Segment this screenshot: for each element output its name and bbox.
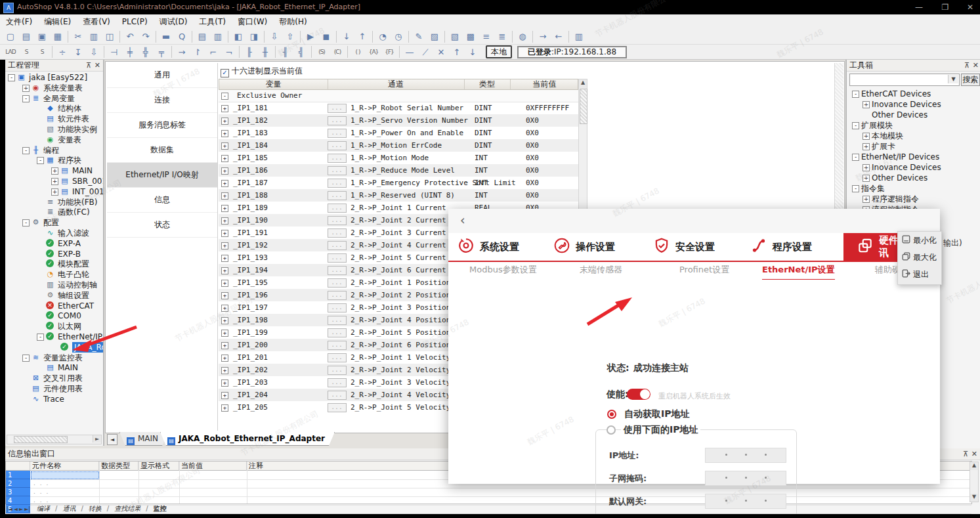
expand-icon[interactable]: + — [221, 367, 228, 374]
toolbox-node-Other Devices[interactable]: +Other Devices — [847, 173, 980, 183]
contact-no-icon[interactable]: ╟ — [242, 45, 257, 59]
menu-item-0[interactable]: 文件(F) — [0, 15, 38, 28]
collapse-icon[interactable]: - — [22, 355, 30, 362]
io-browse-button[interactable]: ... — [328, 316, 347, 325]
io-browse-button[interactable]: ... — [328, 191, 347, 200]
hex-checkbox[interactable]: ✓ — [221, 69, 229, 77]
expand-icon[interactable]: + — [221, 355, 228, 362]
io-browse-button[interactable]: ... — [328, 278, 347, 288]
find-icon[interactable]: Q — [175, 30, 189, 43]
contact-nc-icon[interactable]: ╫ — [258, 45, 272, 59]
expand-icon[interactable]: + — [221, 192, 228, 200]
expand-icon[interactable]: + — [221, 292, 228, 299]
subtab-Modbus参数设置[interactable]: Modbus参数设置 — [469, 262, 537, 279]
tree-node-EXP-B[interactable]: ✓EXP-B — [5, 249, 103, 259]
tree-node-交叉引用表[interactable]: ⊠交叉引用表 — [5, 373, 103, 383]
output-tab-查找结果[interactable]: 查找结果 — [109, 505, 146, 512]
expand-icon[interactable]: + — [863, 133, 870, 140]
pin-icon[interactable]: ⊼ — [964, 60, 969, 71]
io-browse-button[interactable]: ... — [328, 391, 347, 400]
save-all-icon[interactable]: ▦ — [51, 30, 65, 43]
collapse-icon[interactable]: - — [8, 74, 15, 81]
tab-nav-icon[interactable]: ► — [19, 506, 23, 512]
del-line-icon[interactable]: — — [402, 45, 417, 59]
tree-node-功能块(FB)[interactable]: ≡功能块(FB) — [5, 197, 103, 207]
device-icon[interactable]: ◍ — [515, 30, 530, 43]
toolbox-node-扩展模块[interactable]: -扩展模块 — [847, 120, 980, 131]
settings-tab-系统设置[interactable]: 系统设置 — [458, 233, 519, 261]
write-icon[interactable]: ✎ — [412, 30, 426, 43]
io-row-_IP1_182[interactable]: +_IP1_182...1_R->P_Servo Version NumberD… — [219, 114, 578, 127]
tree-node-EXP-A[interactable]: ✓EXP-A — [5, 238, 103, 249]
output-tab-编译[interactable]: 编译 — [32, 505, 55, 512]
pin-icon[interactable]: ⊼ — [963, 449, 968, 460]
category-tab-连接[interactable]: 连接 — [107, 88, 217, 113]
chevron-down-icon[interactable]: ▼ — [948, 75, 958, 83]
io-column-header-变量[interactable]: 变量 — [219, 79, 328, 89]
menu-item-5[interactable]: 工具(T) — [193, 15, 232, 28]
toolbox-node-EtherCAT Devices[interactable]: -EtherCAT Devices — [847, 89, 980, 99]
tab-nav-icon[interactable]: |◄ — [7, 506, 12, 512]
category-tab-状态[interactable]: 状态 — [107, 213, 217, 238]
enable-toggle[interactable] — [627, 389, 650, 400]
minimize-button[interactable]: — — [909, 1, 929, 13]
output-tab-通讯[interactable]: 通讯 — [57, 505, 81, 512]
io-column-header-类型[interactable]: 类型 — [464, 79, 511, 89]
tree-node-MAIN[interactable]: +▤MAIN — [5, 165, 103, 176]
io-browse-button[interactable]: ... — [328, 328, 347, 337]
expand-icon[interactable]: + — [221, 404, 228, 412]
io-browse-button[interactable]: ... — [328, 104, 347, 113]
toolbox-node-Inovance Devices[interactable]: +Inovance Devices — [847, 162, 980, 173]
expand-icon[interactable]: + — [863, 101, 870, 108]
scroll-right-icon[interactable]: ► — [93, 435, 101, 442]
output-row[interactable] — [30, 488, 971, 497]
export-icon[interactable]: ⇧ — [283, 30, 297, 43]
io-browse-button[interactable]: ... — [328, 116, 347, 125]
expand-icon[interactable]: + — [221, 142, 228, 150]
sfc-icon[interactable]: S — [19, 45, 33, 59]
menu-item-退出[interactable]: 退出 — [898, 266, 941, 283]
collapse-icon[interactable]: - — [22, 219, 30, 227]
io-column-header-当前值[interactable]: 当前值 — [510, 79, 580, 89]
expand-icon[interactable]: + — [221, 230, 228, 237]
redo-icon[interactable]: ↷ — [138, 30, 153, 43]
io-group-row[interactable]: - Exclusive Owner — [219, 90, 578, 102]
tree-node-配置[interactable]: -⚙配置 — [5, 217, 103, 228]
slash-icon[interactable]: ⟋ — [418, 45, 433, 59]
copy-icon[interactable]: ▥ — [87, 30, 101, 43]
coil-icon[interactable]: ( ) — [351, 45, 365, 59]
insert-row-icon[interactable]: ÷ — [55, 45, 70, 59]
tree-node-变量监控表[interactable]: -≋变量监控表 — [5, 353, 103, 363]
io-column-header-通道[interactable]: 通道 — [328, 79, 465, 89]
tree-node-COM0[interactable]: ✓COM0 — [5, 311, 103, 321]
io-row-_IP1_181[interactable]: +_IP1_181...1_R->P_Robot Serial NumberDI… — [219, 102, 578, 114]
io-browse-button[interactable]: ... — [328, 366, 347, 375]
toolbox-node-Inovance Devices[interactable]: +Inovance Devices — [847, 99, 980, 110]
scrollbar-thumb[interactable] — [580, 89, 587, 124]
scroll-down-icon[interactable]: ▼ — [970, 494, 978, 502]
tree-node-运动控制轴[interactable]: ▥运动控制轴 — [5, 280, 103, 290]
compile-all-icon[interactable]: ▩ — [463, 30, 478, 43]
ip-address-field[interactable] — [705, 448, 786, 463]
falling-icon[interactable]: ╣ — [294, 45, 309, 59]
restore-button[interactable]: ❐ — [935, 1, 955, 13]
open-icon[interactable]: ▤ — [19, 30, 33, 43]
expand-icon[interactable]: + — [221, 267, 228, 274]
tree-node-软元件表[interactable]: ▤软元件表 — [5, 114, 103, 124]
stop-icon[interactable]: ◼ — [319, 30, 333, 43]
expand-icon[interactable]: + — [863, 164, 870, 171]
collapse-icon[interactable]: - — [852, 122, 859, 129]
io-browse-button[interactable]: ... — [328, 216, 347, 225]
scroll-up-icon[interactable]: ▲ — [970, 462, 978, 470]
output-vscrollbar[interactable]: ▲ ▼ — [969, 462, 979, 502]
menu-item-2[interactable]: 查看(V) — [77, 15, 116, 28]
io-row-_IP1_187[interactable]: +_IP1_187...1_R->P_Emergency Protective … — [219, 177, 578, 189]
expand-icon[interactable]: + — [221, 280, 228, 287]
tab-scroll-left-icon[interactable]: ◄ — [107, 434, 117, 445]
v-line-icon[interactable]: ↾ — [190, 45, 205, 59]
collapse-icon[interactable]: - — [22, 95, 30, 102]
tree-node-电子凸轮[interactable]: ◔电子凸轮 — [5, 269, 103, 280]
expand-icon[interactable]: + — [221, 255, 228, 262]
download-plc-icon[interactable]: ↓ — [339, 30, 354, 43]
menu-item-最小化[interactable]: 最小化 — [898, 232, 941, 249]
